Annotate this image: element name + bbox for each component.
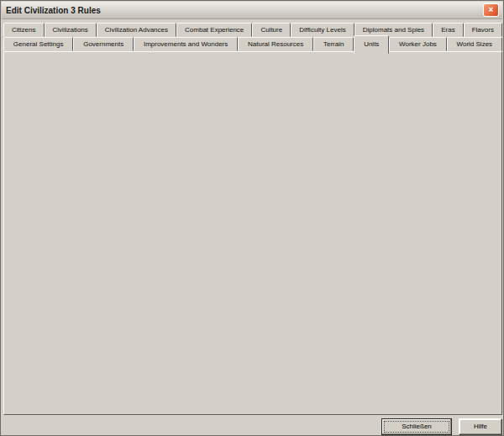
dialog-window: Edit Civilization 3 Rules × CitizensCivi… bbox=[0, 0, 504, 436]
tab[interactable]: Combat Experience bbox=[176, 23, 252, 37]
window-title: Edit Civilization 3 Rules bbox=[2, 6, 483, 15]
tab[interactable]: Civilization Advances bbox=[97, 23, 176, 37]
tab[interactable]: Governments bbox=[73, 37, 134, 51]
help-button[interactable]: Hilfe bbox=[459, 418, 502, 435]
tab[interactable]: Natural Resources bbox=[238, 37, 313, 51]
close-icon[interactable]: × bbox=[483, 3, 499, 17]
tab[interactable]: Worker Jobs bbox=[389, 37, 446, 51]
tab[interactable]: Improvements and Wonders bbox=[134, 37, 238, 51]
tab[interactable]: Culture bbox=[252, 23, 291, 37]
close-dialog-button[interactable]: Schließen bbox=[381, 418, 452, 435]
tab[interactable]: Terrain bbox=[313, 37, 354, 51]
tab[interactable]: Civilizations bbox=[45, 23, 97, 37]
title-bar: Edit Civilization 3 Rules × bbox=[2, 2, 502, 19]
tab[interactable]: Citizens bbox=[3, 23, 45, 37]
tab[interactable]: Eras bbox=[433, 23, 464, 37]
tab[interactable]: Flavors bbox=[464, 23, 502, 37]
tab[interactable]: Units bbox=[354, 35, 389, 54]
tab[interactable]: World Sizes bbox=[447, 37, 502, 51]
tab[interactable]: Difficulty Levels bbox=[291, 23, 354, 37]
tab-page-units bbox=[3, 51, 502, 415]
tab-row-2: General SettingsGovernmentsImprovements … bbox=[3, 37, 502, 51]
tab-row-1: CitizensCivilizationsCivilization Advanc… bbox=[3, 23, 502, 37]
tab[interactable]: General Settings bbox=[3, 37, 73, 51]
